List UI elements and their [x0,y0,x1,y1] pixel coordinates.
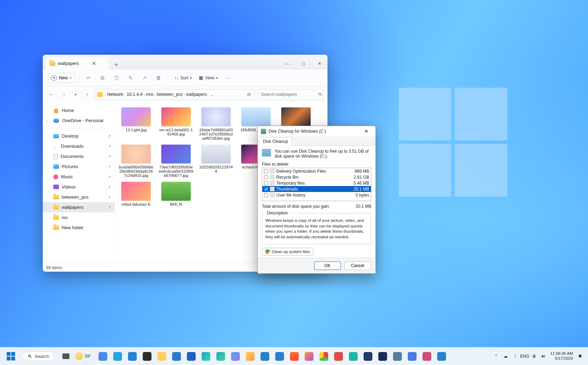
breadcrumb-seg[interactable]: 10.1.4.4 [127,92,142,97]
recent-dropdown[interactable]: ▾ [71,90,80,99]
breadcrumb-seg[interactable]: wallpapers [186,92,207,97]
close-button[interactable]: ✕ [360,127,372,135]
taskbar-app-pwa[interactable] [257,349,272,364]
search-box[interactable]: 🔍︎ [258,89,323,100]
paste-button[interactable]: 📋︎ [110,72,122,84]
breadcrumb-seg[interactable]: Network [107,92,123,97]
breadcrumb-seg[interactable]: mro [146,92,154,97]
file-item[interactable]: Mrft_N [157,180,195,208]
tray-chevron[interactable]: ⌃ [492,350,500,363]
refresh-button[interactable]: ⟳ [246,92,252,97]
sidebar-item-music[interactable]: Music📌︎ [43,172,115,182]
row-checkbox[interactable] [264,175,268,179]
cancel-button[interactable]: Cancel [344,261,371,270]
sidebar-item-between-pcs[interactable]: between_pcs📌︎ [43,192,115,202]
tab-close-button[interactable]: ✕ [92,60,96,67]
sidebar-item-pictures[interactable]: Pictures📌︎ [43,161,115,172]
taskbar-app-app1[interactable] [346,349,360,364]
new-button[interactable]: + New ▾ [48,73,75,83]
taskbar-search[interactable]: 🔍︎Search [22,352,55,361]
taskbar-app-firefox[interactable] [302,349,316,364]
cleanup-row[interactable]: Thumbnails20.1 MB [262,186,371,192]
taskbar-app-vivaldi[interactable] [331,349,346,364]
taskbar-app-edge-dev[interactable] [228,349,243,364]
tray-language[interactable]: ENG [520,350,529,363]
taskbar-app-snip[interactable] [419,349,434,364]
taskbar-app-terminal[interactable] [140,349,154,364]
taskbar-app-vscode[interactable] [272,349,287,364]
rename-button[interactable]: ✎ [124,72,136,84]
up-button[interactable]: ↑ [83,90,92,99]
cleanup-system-files-button[interactable]: Clean up system files [262,248,313,255]
tab-disk-cleanup[interactable]: Disk Cleanup [259,137,292,146]
sidebar-item-onedrive[interactable]: ›OneDrive - Personal [43,115,115,126]
view-button[interactable]: ▦ View ▾ [196,74,220,82]
row-checkbox[interactable] [264,193,268,197]
taskbar-app-photoshop[interactable] [375,349,390,364]
minimize-button[interactable]: — [279,58,295,69]
new-tab-button[interactable]: ＋ [111,59,121,69]
delete-button[interactable]: 🗑︎ [153,72,164,84]
taskbar-app-mail[interactable] [169,349,184,364]
task-view-button[interactable] [59,349,73,364]
dialog-titlebar[interactable]: Disk Cleanup for Windows (C:) ✕ [258,126,376,137]
taskbar-app-store[interactable] [125,349,140,364]
forward-button[interactable]: → [59,90,68,99]
taskbar-app-app4[interactable] [434,349,449,364]
start-button[interactable] [4,349,18,364]
cut-button[interactable]: ✂ [82,72,94,84]
row-checkbox[interactable] [264,169,268,173]
tray-bluetooth-icon[interactable]: ᛒ [511,350,519,363]
file-item[interactable]: vm-w11-beta001-191456.jpg [157,106,195,142]
sort-button[interactable]: ↑↓ Sort ▾ [172,74,194,82]
taskbar-app-explorer[interactable] [154,349,169,364]
taskbar-clock[interactable]: 11:58:45 AM 5/17/2023 [550,351,573,361]
file-item[interactable]: milad-fakurian-E [117,180,155,208]
close-button[interactable]: ✕ [311,58,327,69]
tray-volume-icon[interactable]: 🔊︎ [539,350,548,363]
tray-network-icon[interactable]: 🖥︎ [530,350,538,363]
more-button[interactable]: ⋯ [222,72,234,84]
search-input[interactable] [261,92,316,97]
taskbar-app-settings[interactable] [390,349,405,364]
tray-notifications-icon[interactable]: 🔔︎ [576,350,584,363]
sidebar-item-downloads[interactable]: ↓Downloads📌︎ [43,141,115,151]
row-checkbox[interactable] [264,187,268,191]
chevron-right-icon[interactable]: › [46,119,47,122]
sidebar-item-desktop[interactable]: Desktop📌︎ [43,131,115,141]
cleanup-row[interactable]: User file history0 bytes [262,192,371,198]
sidebar-item-documents[interactable]: Documents📌︎ [43,151,115,161]
sidebar-item-new-folder[interactable]: New folder [43,223,115,233]
tray-onedrive-icon[interactable]: ☁ [501,350,510,363]
copy-button[interactable]: ⧉ [96,72,108,84]
sidebar-item-wallpapers[interactable]: wallpapers📌︎ [43,202,115,212]
ok-button[interactable]: OK [314,261,341,270]
file-item[interactable]: 16ebe7e96661a5324071d7e285b9cdadf07d53ec… [197,106,235,142]
cleanup-row[interactable]: Temporary files5.46 MB [262,180,371,186]
taskbar-app-skype[interactable] [110,349,125,364]
file-item[interactable]: 12-Light.jpg [117,106,155,142]
file-item[interactable]: bce0a6f95e590d6e2feef6423dda4c267c24d915… [117,143,155,179]
file-item[interactable]: 73ee7df032f0d93eee6c6cad5e310f59b679b677… [157,143,195,179]
explorer-tab[interactable]: wallpapers ✕ [46,58,109,69]
back-button[interactable]: ← [47,90,56,99]
share-button[interactable]: ↗ [138,72,150,84]
taskbar-app-edge-beta[interactable] [213,349,228,364]
sidebar-item-videos[interactable]: Videos📌︎ [43,182,115,192]
taskbar-app-brave[interactable] [287,349,302,364]
cleanup-row[interactable]: Recycle Bin2.61 GB [262,174,371,180]
chevron-down-icon[interactable]: ⌄ [210,92,213,97]
taskbar-app-app3[interactable] [405,349,419,364]
sidebar-item-iso[interactable]: iso [43,212,115,223]
taskbar-app-chrome[interactable] [316,349,331,364]
taskbar-app-outlook[interactable] [184,349,198,364]
breadcrumb-seg[interactable]: between_pcs [157,92,183,97]
weather-widget[interactable]: 59° [75,352,91,360]
address-bar[interactable]: ›Network ›10.1.4.4 ›mro ›between_pcs ›wa… [95,89,255,100]
taskbar-app-edge-can[interactable] [243,349,257,364]
maximize-button[interactable]: ▢ [295,58,311,69]
taskbar-app-chat[interactable] [95,349,110,364]
files-list[interactable]: Delivery Optimization Files889 MBRecycle… [262,168,371,201]
file-item[interactable]: 1022d83281229744 [197,143,235,179]
taskbar-app-edge[interactable] [198,349,213,364]
